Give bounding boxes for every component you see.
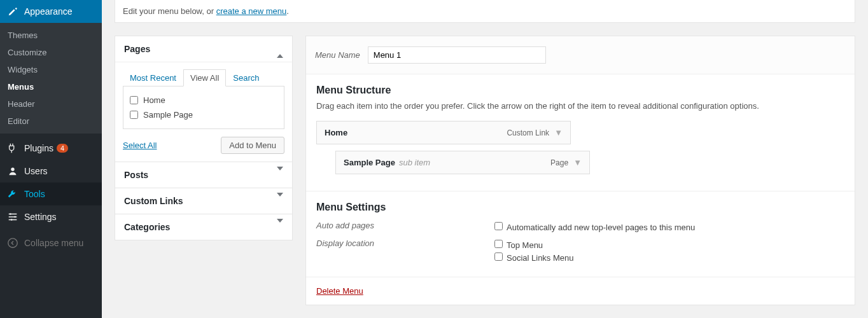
postbox-posts: Posts: [115, 162, 293, 188]
submenu-header[interactable]: Header: [0, 95, 102, 113]
submenu-widgets[interactable]: Widgets: [0, 61, 102, 78]
admin-sidebar: Appearance Themes Customize Widgets Menu…: [0, 0, 102, 318]
sidebar-item-appearance[interactable]: Appearance: [0, 0, 102, 23]
menu-item-home[interactable]: Home Custom Link ▼: [316, 121, 571, 144]
menu-item-type: Page: [550, 158, 568, 167]
tab-viewall[interactable]: View All: [183, 69, 226, 86]
postbox-pages: Pages Most Recent View All Search Home S…: [115, 36, 293, 162]
tab-recent[interactable]: Most Recent: [123, 69, 183, 86]
auto-add-label: Auto add pages: [316, 221, 494, 233]
location-checkbox[interactable]: [494, 252, 503, 261]
submenu-themes[interactable]: Themes: [0, 27, 102, 44]
menu-settings-section: Menu Settings Auto add pages Automatical…: [306, 191, 855, 277]
sidebar-label: Users: [24, 166, 48, 176]
postbox-categories-header[interactable]: Categories: [115, 214, 292, 240]
page-label: Sample Page: [143, 110, 193, 120]
postbox-pages-header[interactable]: Pages: [115, 36, 292, 62]
sidebar-label: Collapse menu: [24, 238, 83, 248]
svg-point-0: [11, 168, 14, 171]
sliders-icon: [6, 211, 19, 223]
location-text: Top Menu: [507, 240, 543, 250]
auto-add-option[interactable]: Automatically add new top-level pages to…: [494, 221, 695, 233]
chevron-down-icon[interactable]: ▼: [573, 158, 582, 167]
postbox-custom-links: Custom Links: [115, 188, 293, 214]
page-label: Home: [143, 95, 165, 105]
submenu-customize[interactable]: Customize: [0, 44, 102, 61]
intro-after: .: [286, 6, 289, 16]
location-text: Social Links Menu: [507, 253, 574, 263]
menu-name-input[interactable]: [368, 46, 546, 64]
menu-item-title: Sample Page: [344, 158, 395, 167]
plugins-badge: 4: [57, 144, 68, 153]
expand-icon: [277, 197, 283, 206]
sidebar-item-tools[interactable]: Tools: [0, 183, 102, 205]
menu-name-label: Menu Name: [315, 50, 360, 60]
submenu-editor[interactable]: Editor: [0, 113, 102, 130]
sidebar-item-plugins[interactable]: Plugins 4: [0, 137, 102, 160]
postbox-title: Categories: [124, 222, 170, 232]
expand-icon: [277, 170, 283, 180]
tab-search[interactable]: Search: [226, 69, 266, 86]
menu-item-type: Custom Link: [507, 128, 549, 137]
postbox-custom-header[interactable]: Custom Links: [115, 188, 292, 214]
menu-item-title: Home: [325, 128, 347, 137]
add-to-menu-button[interactable]: Add to Menu: [221, 137, 284, 154]
page-checkbox[interactable]: [130, 96, 138, 104]
location-checkbox[interactable]: [494, 240, 503, 248]
sidebar-item-collapse[interactable]: Collapse menu: [0, 232, 102, 254]
postbox-pages-body: Most Recent View All Search Home Sample …: [115, 62, 292, 162]
sidebar-label: Appearance: [24, 6, 73, 17]
user-icon: [6, 165, 19, 177]
settings-title: Menu Settings: [316, 202, 844, 213]
location-option-top[interactable]: Top Menu: [494, 238, 574, 251]
postbox-posts-header[interactable]: Posts: [115, 162, 292, 188]
create-menu-link[interactable]: create a new menu: [216, 6, 287, 16]
display-location-label: Display location: [316, 238, 494, 264]
sidebar-label: Tools: [24, 189, 45, 199]
sidebar-label: Plugins: [24, 143, 53, 153]
menu-structure-section: Menu Structure Drag each item into the o…: [306, 74, 855, 191]
location-option-social[interactable]: Social Links Menu: [494, 251, 574, 264]
sidebar-label: Settings: [24, 212, 57, 222]
menu-name-row: Menu Name: [306, 36, 855, 74]
menu-footer: Delete Menu: [306, 277, 855, 305]
sidebar-item-settings[interactable]: Settings: [0, 205, 102, 228]
page-check-row[interactable]: Sample Page: [130, 107, 277, 122]
postbox-title: Pages: [124, 44, 150, 54]
postbox-categories: Categories: [115, 214, 293, 240]
collapse-icon: [277, 45, 283, 54]
structure-desc: Drag each item into the order you prefer…: [316, 101, 844, 111]
appearance-submenu: Themes Customize Widgets Menus Header Ed…: [0, 23, 102, 134]
pages-checklist: Home Sample Page: [123, 86, 284, 129]
sidebar-item-users[interactable]: Users: [0, 160, 102, 183]
wrench-icon: [6, 188, 19, 200]
submenu-menus[interactable]: Menus: [0, 78, 102, 95]
chevron-down-icon[interactable]: ▼: [554, 128, 563, 137]
postbox-title: Posts: [124, 170, 148, 180]
postbox-title: Custom Links: [124, 196, 183, 206]
menu-editor: Menu Name Menu Structure Drag each item …: [305, 36, 855, 305]
delete-menu-link[interactable]: Delete Menu: [316, 286, 363, 296]
accordion-column: Pages Most Recent View All Search Home S…: [115, 36, 293, 305]
pages-tabs: Most Recent View All Search: [123, 69, 284, 86]
structure-title: Menu Structure: [316, 85, 844, 96]
select-all-link[interactable]: Select All: [123, 141, 157, 150]
auto-add-row: Auto add pages Automatically add new top…: [316, 218, 844, 236]
intro-text: Edit your menu below, or: [123, 6, 216, 16]
collapse-icon: [6, 237, 19, 249]
page-check-row[interactable]: Home: [130, 93, 277, 107]
menu-item-subtext: sub item: [399, 158, 430, 167]
brush-icon: [6, 5, 19, 18]
svg-point-2: [14, 216, 16, 218]
expand-icon: [277, 223, 283, 232]
intro-bar: Edit your menu below, or create a new me…: [115, 0, 855, 23]
svg-point-3: [11, 219, 13, 221]
plug-icon: [6, 142, 19, 155]
display-location-row: Display location Top Menu Social Links M…: [316, 236, 844, 266]
svg-point-4: [8, 238, 17, 247]
auto-add-text: Automatically add new top-level pages to…: [507, 223, 695, 232]
svg-point-1: [10, 213, 11, 215]
menu-item-sample-page[interactable]: Sample Page sub item Page ▼: [335, 151, 590, 174]
auto-add-checkbox[interactable]: [494, 222, 503, 230]
page-checkbox[interactable]: [130, 111, 138, 119]
